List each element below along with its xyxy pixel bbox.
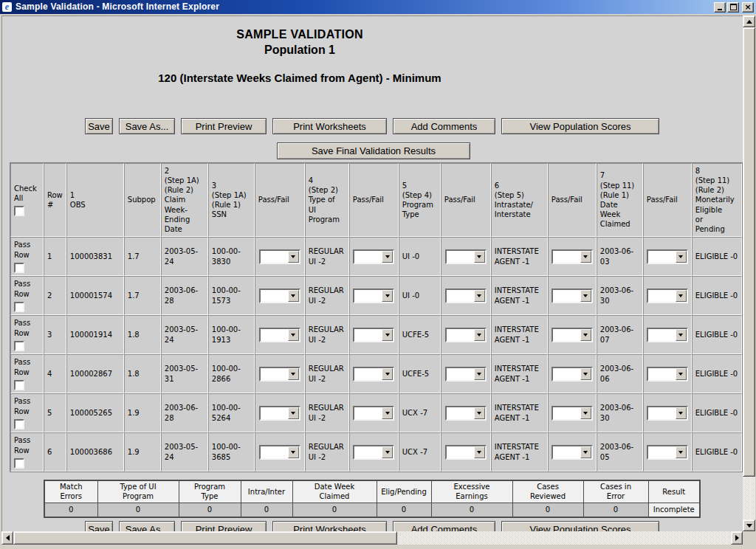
dropdown-arrow-icon[interactable] [288,290,299,302]
pass-fail-select[interactable] [259,406,300,421]
pass-row-label: Pass Row [14,279,40,298]
pass-fail-select[interactable] [259,249,300,264]
dropdown-arrow-icon[interactable] [580,329,591,341]
dropdown-arrow-icon[interactable] [580,290,591,302]
pass-fail-select[interactable] [647,445,688,460]
dropdown-arrow-icon[interactable] [580,407,591,419]
print-worksheets-button[interactable]: Print Worksheets [272,118,387,134]
pass-row-checkbox[interactable] [14,380,24,390]
vertical-scrollbar-thumb[interactable] [743,27,755,477]
dropdown-arrow-icon[interactable] [676,446,687,458]
pass-fail-select[interactable] [353,289,394,303]
print-preview-button[interactable]: Print Preview [181,118,267,134]
arrow-down-icon [746,524,752,528]
dropdown-arrow-icon[interactable] [382,446,393,458]
check-all-checkbox[interactable] [14,206,24,216]
pass-fail-select[interactable] [647,406,688,421]
dropdown-arrow-icon[interactable] [288,329,299,341]
summary-header-intra-inter: Intra/Inter [241,480,292,503]
save-as-button[interactable]: Save As... [119,118,175,134]
pass-fail-select[interactable] [445,249,487,264]
dropdown-arrow-icon[interactable] [288,251,299,263]
dropdown-arrow-icon[interactable] [580,251,591,263]
pass-fail-select[interactable] [353,406,394,421]
pass-fail-select[interactable] [647,289,688,303]
dropdown-arrow-icon[interactable] [676,368,687,380]
view-population-scores-button[interactable]: View Population Scores [501,118,659,134]
dropdown-arrow-icon[interactable] [474,251,485,263]
pass-fail-select[interactable] [551,406,593,421]
pass-fail-select[interactable] [445,406,487,421]
dropdown-arrow-icon[interactable] [676,290,687,302]
pass-row-checkbox[interactable] [14,458,24,469]
scroll-left-button[interactable] [1,531,13,545]
pass-fail-select[interactable] [445,367,487,381]
date-week-claimed-cell: 2003-06-06 [597,354,643,393]
dropdown-arrow-icon[interactable] [382,290,393,302]
horizontal-scrollbar-track[interactable] [397,531,731,545]
pass-fail-select[interactable] [647,328,688,342]
pass-fail-select[interactable] [353,249,394,264]
pass-fail-select[interactable] [445,445,487,460]
horizontal-scrollbar-thumb[interactable] [13,531,397,545]
dropdown-arrow-icon[interactable] [288,407,299,419]
pass-fail-select[interactable] [445,289,487,303]
dropdown-arrow-icon[interactable] [676,251,687,263]
dropdown-arrow-icon[interactable] [676,407,687,419]
pass-row-checkbox[interactable] [14,263,24,273]
pass-fail-select[interactable] [551,249,593,264]
save-button-bottom[interactable]: Save [85,521,113,531]
dropdown-arrow-icon[interactable] [580,446,591,458]
add-comments-button-bottom[interactable]: Add Comments [393,521,495,531]
pass-fail-select[interactable] [647,249,688,264]
pass-row-cell: Pass Row [10,354,44,393]
vertical-scrollbar-track[interactable] [743,477,755,519]
pass-fail-select[interactable] [551,445,593,460]
print-worksheets-button-bottom[interactable]: Print Worksheets [272,521,387,531]
view-population-scores-button-bottom[interactable]: View Population Scores [501,521,659,531]
dropdown-arrow-icon[interactable] [580,368,591,380]
monetarily-eligible-cell: ELIGIBLE -0 [692,276,742,315]
dropdown-arrow-icon[interactable] [382,407,393,419]
pass-fail-select[interactable] [551,328,593,342]
pass-fail-select[interactable] [551,367,593,381]
dropdown-arrow-icon[interactable] [382,251,393,263]
dropdown-arrow-icon[interactable] [288,368,299,380]
save-as-button-bottom[interactable]: Save As... [119,521,175,531]
pass-fail-select[interactable] [259,445,300,460]
pass-row-checkbox[interactable] [14,341,24,351]
pass-fail-select[interactable] [647,367,688,381]
dropdown-arrow-icon[interactable] [474,407,485,419]
dropdown-arrow-icon[interactable] [474,290,485,302]
dropdown-arrow-icon[interactable] [474,446,485,458]
type-of-ui-program-cell: REGULAR UI -2 [305,354,349,393]
dropdown-arrow-icon[interactable] [474,329,485,341]
pass-fail-select[interactable] [353,367,394,381]
summary-header-program-type: Program Type [179,480,241,503]
dropdown-arrow-icon[interactable] [676,329,687,341]
dropdown-arrow-icon[interactable] [382,329,393,341]
pass-fail-select[interactable] [259,289,300,303]
pass-fail-select[interactable] [259,367,300,381]
pass-fail-select[interactable] [353,445,394,460]
dropdown-arrow-icon[interactable] [382,368,393,380]
scroll-up-button[interactable] [743,15,755,27]
add-comments-button[interactable]: Add Comments [393,118,495,134]
scroll-right-button[interactable] [731,531,743,545]
minimize-button[interactable] [714,2,726,13]
dropdown-arrow-icon[interactable] [288,446,299,458]
print-preview-button-bottom[interactable]: Print Preview [181,521,267,531]
save-final-validation-results-button[interactable]: Save Final Validation Results [277,142,470,159]
pass-fail-select[interactable] [353,328,394,342]
pass-fail-select[interactable] [445,328,487,342]
pass-fail-select[interactable] [259,328,300,342]
date-week-claimed-cell: 2003-06-05 [597,432,643,472]
restore-button[interactable] [727,2,739,13]
close-button[interactable]: × [742,2,754,13]
pass-row-checkbox[interactable] [14,419,24,429]
dropdown-arrow-icon[interactable] [474,368,485,380]
save-button[interactable]: Save [85,118,113,134]
pass-fail-select[interactable] [551,289,593,303]
scroll-down-button[interactable] [743,519,755,531]
pass-row-checkbox[interactable] [14,302,24,312]
